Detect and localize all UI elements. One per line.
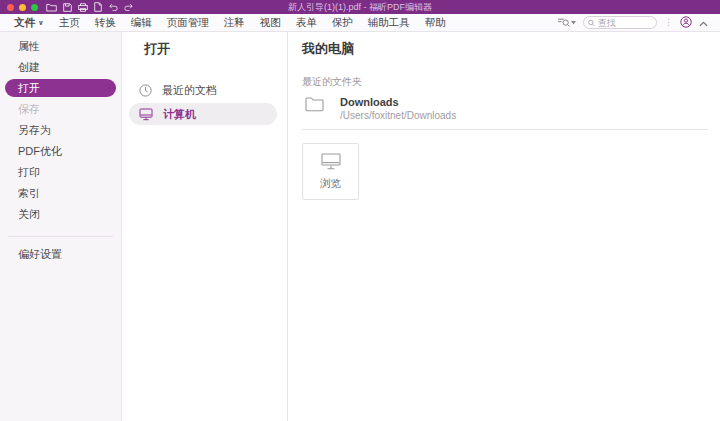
account-icon[interactable]	[680, 16, 692, 30]
sidebar-item-close[interactable]: 关闭	[0, 204, 121, 225]
menu-file-label: 文件	[14, 16, 35, 30]
search-field[interactable]	[583, 16, 657, 29]
sidebar-item-create[interactable]: 创建	[0, 57, 121, 78]
menu-view[interactable]: 视图	[260, 16, 281, 30]
menubar: 文件 ∨ 主页 转换 编辑 页面管理 注释 视图 表单 保护 辅助工具 帮助 ⋮	[0, 14, 720, 32]
clock-icon	[139, 84, 152, 97]
sidebar-item-index[interactable]: 索引	[0, 183, 121, 204]
monitor-icon	[321, 153, 341, 170]
menu-convert[interactable]: 转换	[95, 16, 116, 30]
browse-label: 浏览	[320, 177, 341, 191]
app-window: 新人引导(1)(1).pdf - 福昕PDF编辑器 文件 ∨ 主页 转换 编辑 …	[0, 0, 720, 421]
menu-protect[interactable]: 保护	[332, 16, 353, 30]
recent-folders-label: 最近的文件夹	[302, 75, 708, 89]
folder-icon	[305, 96, 324, 112]
folder-meta: Downloads /Users/foxitnet/Downloads	[340, 96, 456, 121]
open-item-label: 最近的文档	[162, 83, 217, 98]
my-computer-title: 我的电脑	[302, 41, 708, 57]
file-menu-sidebar: 属性 创建 打开 保存 另存为 PDF优化 打印 索引 关闭 偏好设置	[0, 32, 122, 421]
chevron-down-icon: ∨	[38, 19, 44, 27]
folder-path: /Users/foxitnet/Downloads	[340, 110, 456, 121]
menu-accessibility[interactable]: 辅助工具	[368, 16, 410, 30]
menu-comment[interactable]: 注释	[224, 16, 245, 30]
open-item-computer[interactable]: 计算机	[129, 103, 277, 125]
find-replace-icon[interactable]	[557, 17, 576, 28]
menu-home[interactable]: 主页	[59, 16, 80, 30]
toolbar-divider-dots: ⋮	[664, 18, 673, 27]
sidebar-item-save[interactable]: 保存	[0, 99, 121, 120]
maximize-window-button[interactable]	[31, 4, 38, 11]
sidebar-item-open[interactable]: 打开	[5, 79, 116, 97]
open-item-recent-documents[interactable]: 最近的文档	[129, 79, 277, 101]
collapse-toolbar-icon[interactable]	[699, 17, 708, 29]
recent-folder-row-downloads[interactable]: Downloads /Users/foxitnet/Downloads	[302, 96, 708, 121]
menu-help[interactable]: 帮助	[425, 16, 446, 30]
computer-icon	[139, 108, 153, 121]
sidebar-item-properties[interactable]: 属性	[0, 36, 121, 57]
menu-edit[interactable]: 编辑	[131, 16, 152, 30]
undo-icon[interactable]	[108, 3, 118, 11]
backstage-view: 属性 创建 打开 保存 另存为 PDF优化 打印 索引 关闭 偏好设置 打开 最…	[0, 32, 720, 421]
menubar-right-tools: ⋮	[557, 16, 708, 30]
sidebar-item-preferences[interactable]: 偏好设置	[0, 244, 121, 265]
open-location-list: 最近的文档 计算机	[122, 79, 287, 125]
redo-icon[interactable]	[124, 3, 134, 11]
new-document-icon[interactable]	[94, 2, 102, 12]
menu-page-management[interactable]: 页面管理	[167, 16, 209, 30]
menu-file[interactable]: 文件 ∨	[14, 16, 44, 30]
folders-divider	[302, 129, 708, 130]
open-panel: 打开 最近的文档 计算机	[122, 32, 288, 421]
save-icon[interactable]	[63, 3, 72, 12]
print-icon[interactable]	[78, 3, 88, 12]
titlebar: 新人引导(1)(1).pdf - 福昕PDF编辑器	[0, 0, 720, 14]
folder-name: Downloads	[340, 96, 456, 108]
search-input[interactable]	[598, 18, 652, 28]
menu-form[interactable]: 表单	[296, 16, 317, 30]
sidebar-item-print[interactable]: 打印	[0, 162, 121, 183]
minimize-window-button[interactable]	[19, 4, 26, 11]
close-window-button[interactable]	[7, 4, 14, 11]
open-item-label: 计算机	[163, 107, 196, 122]
quick-access-toolbar	[46, 2, 134, 12]
sidebar-divider	[8, 236, 113, 237]
browse-button[interactable]: 浏览	[302, 143, 359, 200]
sidebar-item-save-as[interactable]: 另存为	[0, 120, 121, 141]
open-panel-title: 打开	[122, 41, 287, 57]
open-folder-icon[interactable]	[46, 3, 57, 12]
search-icon	[588, 19, 595, 27]
my-computer-panel: 我的电脑 最近的文件夹 Downloads /Users/foxitnet/Do…	[288, 32, 720, 421]
traffic-lights	[7, 4, 38, 11]
sidebar-item-pdf-optimize[interactable]: PDF优化	[0, 141, 121, 162]
